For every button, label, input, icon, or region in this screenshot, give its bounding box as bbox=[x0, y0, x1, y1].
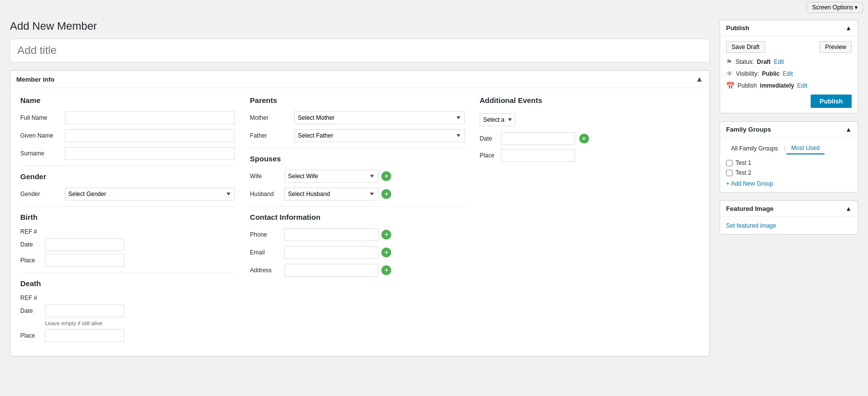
death-place-input[interactable] bbox=[45, 329, 124, 342]
calendar-icon: 📅 bbox=[726, 82, 734, 90]
tab-most-used[interactable]: Most Used bbox=[786, 143, 824, 154]
death-date-input[interactable] bbox=[45, 304, 124, 317]
death-ref-block: REF # Date Leave empty if still alive Pl… bbox=[20, 295, 235, 342]
preview-button[interactable]: Preview bbox=[820, 41, 852, 53]
add-wife-button[interactable]: + bbox=[381, 171, 391, 181]
mother-select[interactable]: Select Mother bbox=[294, 111, 464, 124]
death-date-row: Date bbox=[20, 304, 235, 317]
phone-row: Phone + bbox=[250, 228, 464, 241]
full-name-label: Full Name bbox=[20, 114, 65, 121]
save-draft-button[interactable]: Save Draft bbox=[726, 41, 765, 53]
family-groups-content: All Family Groups | Most Used Test 1 Tes… bbox=[720, 138, 858, 192]
birth-place-input[interactable] bbox=[45, 254, 124, 267]
member-info-toggle-icon[interactable]: ▲ bbox=[695, 75, 703, 84]
visibility-label: Visibility: bbox=[736, 70, 759, 77]
address-input[interactable] bbox=[284, 264, 378, 277]
set-featured-image-link[interactable]: Set featured image bbox=[726, 222, 776, 229]
page-title: Add New Member bbox=[10, 20, 710, 33]
birth-date-label: Date bbox=[20, 241, 45, 248]
event-place-label: Place bbox=[480, 152, 497, 159]
phone-label: Phone bbox=[250, 231, 284, 238]
husband-select[interactable]: Select Husband bbox=[284, 188, 378, 200]
name-section-title: Name bbox=[20, 96, 235, 104]
featured-image-toggle-icon[interactable]: ▲ bbox=[845, 205, 852, 212]
add-address-button[interactable]: + bbox=[381, 265, 391, 275]
email-input-wrap: + bbox=[284, 246, 391, 259]
phone-input-wrap: + bbox=[284, 228, 391, 241]
full-name-row: Full Name bbox=[20, 111, 235, 124]
event-fields: Date + Place bbox=[480, 132, 694, 162]
address-row: Address + bbox=[250, 264, 464, 277]
title-input[interactable] bbox=[17, 44, 702, 57]
status-value: Draft bbox=[757, 58, 771, 65]
surname-row: Surname bbox=[20, 147, 235, 160]
parents-section-title: Parents bbox=[250, 96, 464, 104]
mother-label: Mother bbox=[250, 114, 294, 121]
gender-select[interactable]: Select Gender Male Female bbox=[65, 188, 235, 200]
add-new-group-link[interactable]: + Add New Group bbox=[726, 180, 852, 187]
status-icon: ⚑ bbox=[726, 58, 732, 66]
phone-input[interactable] bbox=[284, 228, 378, 241]
leave-empty-note: Leave empty if still alive bbox=[45, 320, 235, 326]
wife-select[interactable]: Select Wife bbox=[284, 170, 378, 183]
col-additional-events: Additional Events Select a bbox=[480, 96, 699, 348]
publish-toggle-icon[interactable]: ▲ bbox=[845, 24, 852, 32]
birth-ref-label: REF # bbox=[20, 228, 235, 235]
add-event-date-button[interactable]: + bbox=[579, 134, 589, 144]
main-wrap: Add New Member Member info ▲ Name Full N… bbox=[0, 15, 868, 374]
full-name-input[interactable] bbox=[65, 111, 235, 124]
featured-image-content: Set featured image bbox=[720, 217, 858, 234]
status-edit-link[interactable]: Edit bbox=[774, 58, 784, 65]
add-husband-button[interactable]: + bbox=[381, 189, 391, 199]
group-test1-label: Test 1 bbox=[735, 159, 751, 166]
add-email-button[interactable]: + bbox=[381, 248, 391, 257]
death-place-row: Place bbox=[20, 329, 235, 342]
given-name-row: Given Name bbox=[20, 129, 235, 142]
mother-row: Mother Select Mother bbox=[250, 111, 464, 124]
publish-button[interactable]: Publish bbox=[811, 95, 852, 108]
event-date-input[interactable] bbox=[501, 132, 575, 145]
list-item: Test 1 bbox=[726, 159, 852, 166]
husband-label: Husband bbox=[250, 191, 284, 198]
publish-time-edit-link[interactable]: Edit bbox=[797, 82, 808, 89]
visibility-edit-link[interactable]: Edit bbox=[782, 70, 793, 77]
email-label: Email bbox=[250, 249, 284, 256]
father-row: Father Select Father bbox=[250, 129, 464, 142]
featured-image-header: Featured Image ▲ bbox=[720, 201, 858, 217]
group-test1-checkbox[interactable] bbox=[726, 160, 732, 166]
death-place-label: Place bbox=[20, 332, 45, 339]
birth-date-input[interactable] bbox=[45, 238, 124, 251]
screen-options-button[interactable]: Screen Options ▾ bbox=[807, 2, 863, 13]
content-area: Add New Member Member info ▲ Name Full N… bbox=[10, 20, 710, 364]
publish-time-row: 📅 Publish immediately Edit bbox=[726, 82, 852, 90]
family-groups-box: Family Groups ▲ All Family Groups | Most… bbox=[720, 121, 858, 193]
group-test2-checkbox[interactable] bbox=[726, 170, 732, 176]
wife-row: Wife Select Wife + bbox=[250, 170, 464, 183]
death-date-label: Date bbox=[20, 307, 45, 314]
birth-place-label: Place bbox=[20, 257, 45, 264]
member-info-grid: Name Full Name Given Name Surname bbox=[20, 96, 699, 348]
event-type-select[interactable]: Select a bbox=[480, 113, 515, 126]
birth-place-row: Place bbox=[20, 254, 235, 267]
surname-input[interactable] bbox=[65, 147, 235, 160]
add-phone-button[interactable]: + bbox=[381, 230, 391, 240]
publish-time-label: Publish bbox=[737, 82, 757, 89]
family-groups-toggle-icon[interactable]: ▲ bbox=[845, 126, 852, 133]
col-name-gender-birth-death: Name Full Name Given Name Surname bbox=[20, 96, 240, 348]
given-name-input[interactable] bbox=[65, 129, 235, 142]
email-input[interactable] bbox=[284, 246, 378, 259]
gender-row: Gender Select Gender Male Female bbox=[20, 188, 235, 200]
father-select[interactable]: Select Father bbox=[294, 129, 464, 142]
event-date-label: Date bbox=[480, 135, 497, 142]
event-place-input[interactable] bbox=[501, 149, 575, 162]
gender-section-title: Gender bbox=[20, 172, 235, 181]
address-label: Address bbox=[250, 267, 284, 274]
given-name-label: Given Name bbox=[20, 132, 65, 139]
publish-label: Publish bbox=[726, 24, 749, 32]
sidebar: Publish ▲ Save Draft Preview ⚑ Status: D… bbox=[720, 20, 858, 364]
husband-select-wrap: Select Husband + bbox=[284, 188, 391, 200]
wife-label: Wife bbox=[250, 173, 284, 180]
husband-row: Husband Select Husband + bbox=[250, 188, 464, 200]
top-bar: Screen Options ▾ bbox=[0, 0, 868, 15]
tab-all-family-groups[interactable]: All Family Groups bbox=[726, 143, 783, 154]
